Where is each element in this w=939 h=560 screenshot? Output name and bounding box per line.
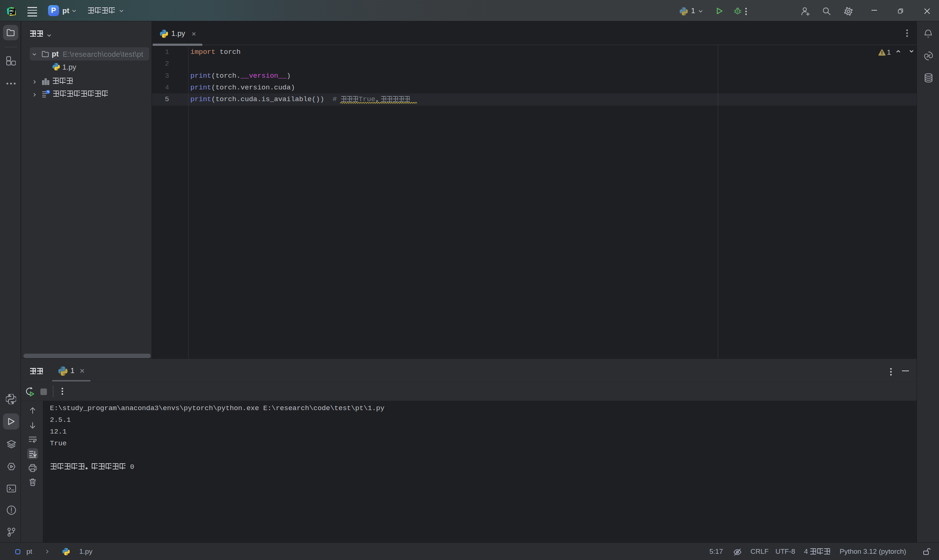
- svg-text:PC: PC: [9, 9, 14, 13]
